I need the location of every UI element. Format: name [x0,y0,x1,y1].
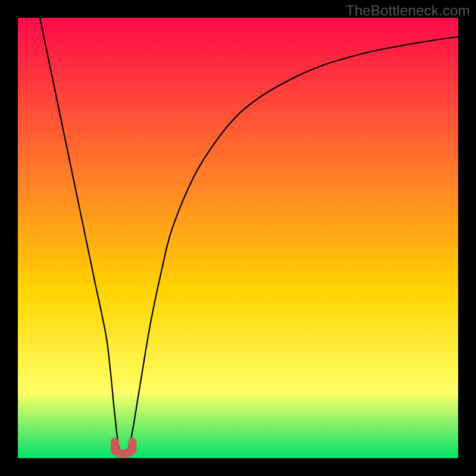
gradient-background [18,18,458,458]
watermark-text: TheBottleneck.com [346,2,470,19]
chart-frame: TheBottleneck.com [0,0,476,476]
chart-svg [18,18,458,458]
plot-area [18,18,458,458]
